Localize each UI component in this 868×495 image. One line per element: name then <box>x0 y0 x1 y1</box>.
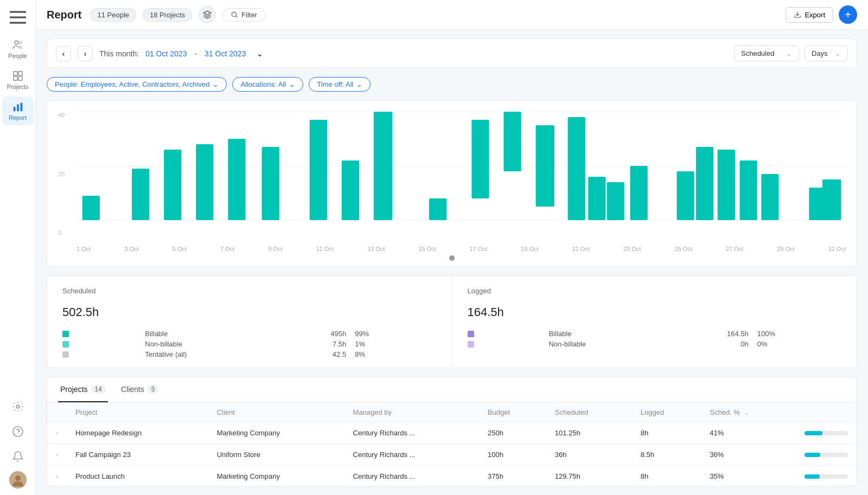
row-logged: 8h <box>632 422 701 444</box>
prev-period-button[interactable]: ‹ <box>56 46 71 61</box>
export-button[interactable]: Export <box>786 7 833 23</box>
menu-icon[interactable] <box>7 7 29 28</box>
bar-21oct <box>630 166 648 220</box>
tentative-dot <box>62 351 69 358</box>
table-row[interactable]: › Fall Campaign 23 Uniform Store Century… <box>47 444 857 466</box>
svg-point-3 <box>15 41 18 44</box>
bar-26oct <box>739 160 757 220</box>
clients-tab[interactable]: Clients 5 <box>119 377 161 402</box>
x-label-7oct: 7 Oct <box>220 246 234 252</box>
x-label-21oct: 21 Oct <box>572 246 590 252</box>
svg-line-19 <box>236 16 238 18</box>
sidebar-item-report[interactable]: Report <box>2 97 34 125</box>
x-label-1oct: 1 Oct <box>76 246 91 252</box>
bar-4oct <box>164 150 181 220</box>
date-separator: - <box>194 49 197 58</box>
row-scheduled: 101.25h <box>546 422 632 444</box>
row-project: Product Launch <box>67 466 208 486</box>
x-label-9oct: 9 Oct <box>268 246 282 252</box>
allocations-filter-pill[interactable]: Allocations: All ⌄ <box>232 77 303 92</box>
people-filter-pill[interactable]: People: Employees, Active, Contractors, … <box>47 77 227 92</box>
date-dropdown-button[interactable]: ⌄ <box>252 46 267 61</box>
th-scheduled[interactable]: Scheduled <box>546 403 632 422</box>
timeoff-filter-pill[interactable]: Time off: All ⌄ <box>309 77 371 92</box>
clients-count: 5 <box>148 385 159 394</box>
bar-7oct <box>262 147 279 220</box>
sidebar-item-help[interactable] <box>2 421 34 442</box>
svg-rect-11 <box>20 103 22 112</box>
date-range-end: 31 Oct 2023 <box>205 49 246 58</box>
row-budget: 375h <box>479 466 546 486</box>
bar-18oct <box>568 117 585 220</box>
row-budget: 250h <box>479 422 546 444</box>
scheduled-select-arrow: ⌄ <box>786 49 792 57</box>
y-label-20: 20 <box>58 171 74 177</box>
projects-table: Project Client Managed by Budget <box>47 403 857 486</box>
row-logged: 8h <box>632 466 701 486</box>
sort-icon: ⌄ <box>744 410 749 416</box>
x-label-23oct: 23 Oct <box>623 246 641 252</box>
logged-billable-dot <box>468 331 474 337</box>
logged-nonbillable-dot <box>468 341 474 348</box>
projects-tab[interactable]: Projects 14 <box>58 377 108 402</box>
bar-5oct <box>196 144 213 220</box>
row-scheduled: 36h <box>546 444 632 466</box>
sidebar-item-notifications[interactable] <box>2 446 34 467</box>
sidebar-item-projects[interactable]: Projects <box>2 66 34 94</box>
svg-rect-7 <box>13 76 17 80</box>
y-label-40: 40 <box>58 112 74 118</box>
avatar[interactable] <box>9 471 27 488</box>
sidebar-item-people[interactable]: People <box>2 35 34 63</box>
th-budget[interactable]: Budget <box>479 403 546 422</box>
table-row[interactable]: › Homepage Redesign Marketing Company Ce… <box>47 422 857 444</box>
sidebar-item-people-label: People <box>8 53 27 59</box>
bar-10oct <box>342 160 359 220</box>
bar-19oct <box>588 177 605 220</box>
bar-31oct <box>822 179 841 220</box>
scheduled-value: 502.5h <box>62 298 437 321</box>
row-sched-pct: 36% <box>701 444 796 466</box>
row-budget: 100h <box>479 444 546 466</box>
row-expand-icon[interactable]: › <box>56 429 58 437</box>
row-expand-icon[interactable]: › <box>56 473 58 480</box>
th-logged[interactable]: Logged <box>632 403 701 422</box>
th-managed-by[interactable]: Managed by <box>344 403 479 422</box>
header-right: Export + <box>786 5 857 24</box>
row-scheduled: 129.75h <box>546 466 632 486</box>
x-label-3oct: 3 Oct <box>124 246 138 252</box>
add-button[interactable]: + <box>839 5 857 24</box>
row-progress-cell <box>796 422 857 444</box>
bar-24oct-pattern <box>696 147 713 169</box>
scroll-indicator <box>449 255 455 261</box>
y-label-0: 0 <box>58 229 74 236</box>
th-project[interactable]: Project <box>67 403 208 422</box>
row-project: Homepage Redesign <box>67 422 208 444</box>
content-area: ‹ › This month: 01 Oct 2023 - 31 Oct 202… <box>36 30 868 495</box>
days-select[interactable]: Days ⌄ <box>805 46 848 61</box>
row-progress-cell <box>796 444 857 466</box>
date-bar: ‹ › This month: 01 Oct 2023 - 31 Oct 202… <box>47 38 857 68</box>
projects-badge[interactable]: 18 Projects <box>143 8 192 22</box>
table-row[interactable]: › Product Launch Marketing Company Centu… <box>47 466 857 486</box>
x-label-15oct: 15 Oct <box>418 246 436 252</box>
scheduled-select[interactable]: Scheduled ⌄ <box>734 46 799 61</box>
progress-bar <box>805 453 848 457</box>
header: Report 11 People 18 Projects Filter <box>36 0 868 30</box>
sidebar-item-settings[interactable] <box>2 396 34 417</box>
row-expand-icon[interactable]: › <box>56 451 58 459</box>
table-section: Projects 14 Clients 5 Project <box>47 377 857 486</box>
svg-point-13 <box>12 427 22 436</box>
scheduled-details: Billable 495h 99% Non-billable 7.5h 1% T… <box>62 330 437 358</box>
people-badge[interactable]: 11 People <box>90 8 136 22</box>
th-sched-pct[interactable]: Sched. % ⌄ <box>701 403 796 422</box>
x-label-31oct: 31 Oct <box>828 246 846 252</box>
svg-point-18 <box>232 12 236 16</box>
filter-button[interactable]: Filter <box>222 8 265 22</box>
th-client[interactable]: Client <box>208 403 344 422</box>
next-period-button[interactable]: › <box>78 46 93 61</box>
layers-icon-button[interactable] <box>199 6 216 23</box>
chart-svg <box>76 112 846 242</box>
bar-16oct-pattern <box>503 112 521 166</box>
bar-27oct <box>761 174 778 220</box>
th-progress <box>796 403 857 422</box>
